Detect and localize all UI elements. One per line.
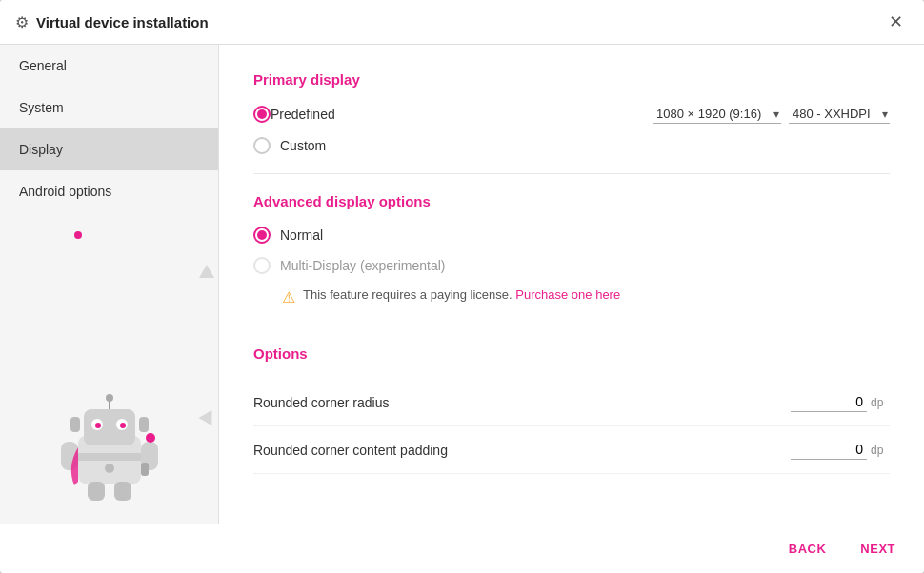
dpi-select-wrapper: 480 - XXHDPI 320 - XHDPI 240 - HDPI 160 …	[789, 105, 890, 124]
sidebar-item-label-system: System	[19, 100, 64, 115]
main-content: Primary display Predefined 1080 × 1920 (…	[219, 45, 924, 524]
resolution-select[interactable]: 1080 × 1920 (9:16) 1280 × 720 (16:9) 800…	[653, 105, 781, 124]
predefined-row: Predefined 1080 × 1920 (9:16) 1280 × 720…	[253, 105, 890, 124]
warning-message: This feature requires a paying license.	[303, 287, 512, 302]
custom-radio[interactable]	[253, 137, 271, 154]
footer: BACK NEXT	[0, 524, 924, 573]
purchase-link[interactable]: Purchase one here	[515, 287, 620, 302]
rounded-corner-radius-unit: dp	[871, 396, 890, 409]
titlebar: ⚙ Virtual device installation ✕	[0, 0, 924, 45]
multi-display-label: Multi-Display (experimental)	[280, 258, 446, 273]
svg-point-7	[106, 394, 113, 402]
svg-point-16	[146, 433, 155, 443]
sidebar-item-general[interactable]: General	[0, 45, 218, 87]
titlebar-left: ⚙ Virtual device installation	[15, 13, 209, 31]
section-divider-1	[253, 173, 890, 174]
options-section: Options Rounded corner radius dp Rounded…	[253, 346, 890, 474]
svg-rect-13	[114, 482, 131, 501]
normal-label[interactable]: Normal	[280, 227, 323, 243]
svg-rect-9	[139, 417, 149, 432]
close-button[interactable]: ✕	[883, 10, 909, 34]
custom-row: Custom	[253, 137, 890, 154]
content-area: General System Display Android options	[0, 45, 924, 524]
section-divider-2	[253, 326, 890, 326]
dpi-select[interactable]: 480 - XXHDPI 320 - XHDPI 240 - HDPI 160 …	[789, 105, 890, 124]
back-button[interactable]: BACK	[779, 536, 836, 562]
rounded-corner-radius-input[interactable]	[791, 392, 867, 412]
svg-point-15	[105, 464, 114, 473]
sidebar-item-system[interactable]: System	[0, 87, 218, 128]
svg-rect-1	[84, 409, 135, 445]
sidebar-item-display[interactable]: Display	[0, 128, 218, 170]
svg-point-4	[95, 423, 101, 428]
warning-row: ⚠ This feature requires a paying license…	[282, 287, 890, 306]
gear-icon: ⚙	[15, 13, 29, 31]
normal-row: Normal	[253, 227, 890, 244]
resolution-select-wrapper: 1080 × 1920 (9:16) 1280 × 720 (16:9) 800…	[653, 105, 781, 124]
dialog-title: Virtual device installation	[36, 14, 209, 30]
warning-icon: ⚠	[282, 288, 295, 306]
rounded-corner-radius-input-group: dp	[791, 392, 890, 412]
next-button[interactable]: NEXT	[851, 536, 905, 562]
svg-rect-12	[88, 482, 105, 501]
rounded-corner-padding-unit: dp	[871, 444, 890, 457]
predefined-label[interactable]: Predefined	[271, 107, 335, 122]
primary-display-title: Primary display	[253, 71, 890, 88]
custom-label[interactable]: Custom	[280, 138, 326, 153]
advanced-display-title: Advanced display options	[253, 193, 890, 209]
robot-illustration-area	[0, 212, 218, 524]
rounded-corner-padding-input-group: dp	[791, 440, 890, 460]
rounded-corner-padding-label: Rounded corner content padding	[253, 443, 448, 458]
options-title: Options	[253, 346, 890, 362]
sidebar-item-label-android-options: Android options	[19, 184, 111, 199]
sidebar: General System Display Android options	[0, 45, 219, 524]
rounded-corner-padding-input[interactable]	[791, 440, 867, 460]
sidebar-item-android-options[interactable]: Android options	[0, 170, 218, 212]
multi-display-row: Multi-Display (experimental)	[253, 257, 890, 274]
robot-image	[57, 390, 162, 504]
sidebar-item-label-display: Display	[19, 142, 63, 157]
normal-radio[interactable]	[253, 227, 271, 244]
svg-rect-8	[70, 417, 80, 432]
predefined-radio[interactable]	[253, 106, 271, 123]
dialog: ⚙ Virtual device installation ✕ General …	[0, 0, 924, 573]
rounded-corner-radius-row: Rounded corner radius dp	[253, 379, 890, 426]
warning-text: This feature requires a paying license. …	[303, 287, 620, 302]
multi-display-radio[interactable]	[253, 257, 271, 274]
rounded-corner-radius-label: Rounded corner radius	[253, 395, 389, 410]
predefined-selects: 1080 × 1920 (9:16) 1280 × 720 (16:9) 800…	[653, 105, 890, 124]
sidebar-item-label-general: General	[19, 58, 67, 73]
svg-rect-17	[141, 463, 149, 476]
svg-point-5	[120, 423, 126, 428]
rounded-corner-padding-row: Rounded corner content padding dp	[253, 426, 890, 474]
svg-rect-14	[78, 453, 141, 461]
